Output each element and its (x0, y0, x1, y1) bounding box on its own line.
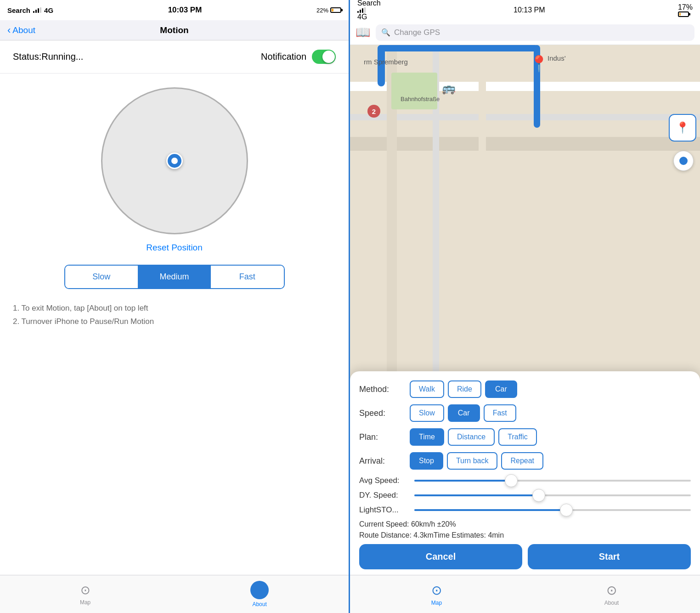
plan-row: Plan: Time Distance Traffic (359, 428, 691, 446)
battery-right: 17% (678, 3, 693, 17)
map-route-h (378, 45, 538, 51)
joystick-area: Reset Position (0, 74, 349, 265)
speed-btn-group: Slow Car Fast (410, 404, 516, 422)
page-title: Motion (160, 25, 188, 35)
location-button[interactable] (673, 151, 694, 171)
time-right: 10:13 PM (514, 6, 545, 14)
method-row: Method: Walk Ride Car (359, 380, 691, 398)
plan-distance[interactable]: Distance (448, 428, 495, 446)
instruction-2: 2. Turnover iPhone to Pause/Run Motion (13, 315, 336, 329)
tab-map-left[interactable]: ⊙ Map (80, 583, 90, 606)
notification-toggle[interactable] (312, 50, 336, 64)
dy-speed-thumb[interactable] (532, 489, 545, 502)
instructions: 1. To exit Motion, tap [About] on top le… (0, 289, 349, 341)
left-panel: Search 4G 10:03 PM 22% ‹ About Motion St… (0, 0, 350, 613)
battery-icon-right (678, 11, 689, 17)
speed-row: Speed: Slow Car Fast (359, 404, 691, 422)
transit-icon: 🚌 (442, 82, 456, 95)
arrival-btn-group: Stop Turn back Repeat (410, 452, 543, 470)
about-tab-label-right: About (604, 600, 619, 606)
battery-pct-right: 17% (678, 3, 693, 11)
dy-speed-track[interactable] (414, 494, 691, 496)
method-ride[interactable]: Ride (448, 380, 481, 398)
speed-label: Speed: (359, 409, 410, 418)
avg-speed-thumb[interactable] (505, 474, 518, 487)
speed-fast-left[interactable]: Fast (211, 266, 284, 288)
carrier-label-left: Search (7, 6, 30, 14)
status-notification-row: Status:Running... Notification (0, 40, 349, 74)
nav-header-left: ‹ About Motion (0, 20, 349, 40)
map-park (391, 73, 437, 109)
notification-row: Notification (261, 50, 336, 64)
network-right: 4G (357, 13, 367, 21)
bar2r (360, 10, 361, 13)
reset-position-button[interactable]: Reset Position (146, 243, 203, 253)
plan-btn-group: Time Distance Traffic (410, 428, 537, 446)
joystick-circle[interactable] (101, 87, 248, 234)
start-button[interactable]: Start (528, 544, 691, 569)
arrival-row: Arrival: Stop Turn back Repeat (359, 452, 691, 470)
arrival-turnback[interactable]: Turn back (447, 452, 498, 470)
right-panel: Search 4G 10:13 PM 17% 📖 🔍 Change GPS (350, 0, 700, 613)
bar2 (35, 10, 37, 13)
current-speed-info: Current Speed: 60km/h ±20% (359, 520, 691, 528)
battery-fill-right (679, 13, 681, 16)
speed-medium-left[interactable]: Medium (138, 266, 211, 288)
light-thumb[interactable] (560, 504, 573, 517)
avg-speed-track[interactable] (414, 480, 691, 482)
avg-speed-fill (414, 480, 511, 482)
notification-label: Notification (261, 51, 306, 62)
plan-traffic[interactable]: Traffic (498, 428, 537, 446)
tab-about-right[interactable]: ⊙ About (604, 583, 619, 606)
tab-map-right[interactable]: ⊙ Map (431, 583, 442, 606)
time-left: 10:03 PM (168, 6, 202, 15)
speed-slow[interactable]: Slow (410, 404, 444, 422)
speed-slow-left[interactable]: Slow (65, 266, 138, 288)
map-area[interactable]: rm Spremberg Bahnhofstraße Indus' 📍 2 🚌 … (350, 45, 700, 575)
numbered-pin: 2 (367, 105, 380, 118)
bar3 (38, 8, 39, 13)
route-icon-button[interactable]: 📍 (669, 114, 696, 142)
carrier-right: Search 4G (357, 0, 381, 21)
method-walk[interactable]: Walk (410, 380, 444, 398)
method-car[interactable]: Car (485, 380, 517, 398)
status-bar-left: Search 4G 10:03 PM 22% (0, 0, 349, 20)
bar4r (364, 7, 366, 13)
route-distance-info: Route Distance: 4.3kmTime Estimates: 4mi… (359, 531, 691, 539)
tab-about-left[interactable]: About (250, 581, 269, 607)
battery-left: 22% (316, 7, 341, 14)
dy-speed-row: DY. Speed: (359, 491, 691, 500)
route-icon: 📍 (676, 121, 689, 134)
cancel-button[interactable]: Cancel (359, 544, 522, 569)
network-left: 4G (44, 6, 53, 14)
speed-fast[interactable]: Fast (484, 404, 516, 422)
plan-label: Plan: (359, 432, 410, 442)
arrival-repeat[interactable]: Repeat (501, 452, 543, 470)
dy-speed-fill (414, 494, 539, 496)
bottom-tab-bar-left: ⊙ Map About (0, 575, 349, 613)
plan-time[interactable]: Time (410, 428, 444, 446)
dy-speed-label: DY. Speed: (359, 491, 414, 500)
gps-search-input[interactable]: Change GPS (394, 28, 440, 37)
search-input-container[interactable]: 🔍 Change GPS (376, 24, 694, 41)
about-tab-dot-left (250, 581, 269, 599)
back-button[interactable]: ‹ About (7, 24, 35, 36)
action-buttons: Cancel Start (359, 544, 691, 569)
back-chevron-icon: ‹ (7, 24, 11, 36)
map-label-indus: Indus' (548, 54, 566, 62)
carrier-left: Search 4G (7, 6, 53, 14)
speed-selector-left: Slow Medium Fast (64, 265, 285, 289)
method-label: Method: (359, 385, 410, 394)
book-icon[interactable]: 📖 (356, 25, 370, 40)
map-label-bahnhof: Bahnhofstraße (401, 96, 440, 102)
light-fill (414, 509, 566, 511)
avg-speed-row: Avg Speed: (359, 476, 691, 485)
map-tab-label-right: Map (431, 600, 442, 606)
search-bar-right: 📖 🔍 Change GPS (350, 20, 700, 45)
map-label-spremberg: rm Spremberg (364, 58, 408, 66)
light-track[interactable] (414, 509, 691, 511)
instruction-1: 1. To exit Motion, tap [About] on top le… (13, 302, 336, 315)
arrival-stop[interactable]: Stop (410, 452, 443, 470)
location-dot (679, 157, 688, 165)
speed-car[interactable]: Car (448, 404, 480, 422)
